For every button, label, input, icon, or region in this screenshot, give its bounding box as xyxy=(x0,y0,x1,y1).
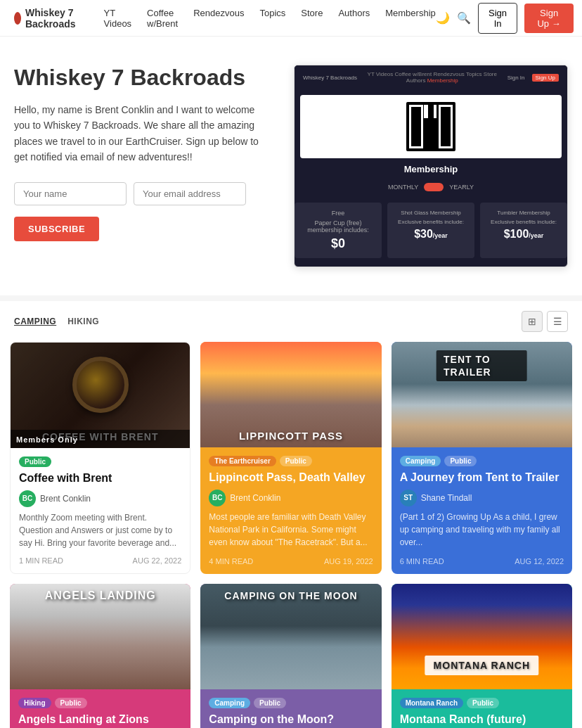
card-5-body: Camping Public Camping on the Moon? BC B… xyxy=(200,689,381,728)
card-1-avatar: BC xyxy=(19,490,36,507)
card-3-title: A Journey from Tent to Trailer xyxy=(400,471,564,485)
tag-public: Public xyxy=(19,456,51,467)
nav-store[interactable]: Store xyxy=(301,8,323,29)
nav-membership[interactable]: Membership xyxy=(385,8,436,29)
card-3-date: AUG 12, 2022 xyxy=(515,557,564,566)
tag-hiking-4: Hiking xyxy=(18,698,51,708)
card-3-excerpt: (Part 1 of 2) Growing Up As a child, I g… xyxy=(400,511,564,550)
subscribe-button[interactable]: SUBSCRIBE xyxy=(14,217,99,241)
grid-view-button[interactable]: ⊞ xyxy=(522,311,543,332)
card-1-author-name: Brent Conklin xyxy=(40,494,91,504)
card-1-excerpt: Monthly Zoom meeting with Brent. Questio… xyxy=(19,511,181,549)
section-separator xyxy=(0,295,582,301)
screenshot-membership-title: Membership xyxy=(295,164,567,174)
card-2-excerpt: Most people are familiar with Death Vall… xyxy=(209,511,373,550)
nav-authors[interactable]: Authors xyxy=(338,8,370,29)
screenshot-nav: Whiskey 7 Backroads YT Videos Coffee w/B… xyxy=(295,65,567,89)
tag-camping-5: Camping xyxy=(209,698,250,708)
post-card-3[interactable]: TENT TO TRAILER Camping Public A Journey… xyxy=(392,342,572,574)
hero-section: Whiskey 7 Backroads Hello, my name is Br… xyxy=(0,37,582,295)
signin-button[interactable]: Sign In xyxy=(478,3,518,34)
card-5-tags: Camping Public xyxy=(209,698,373,708)
screenshot-plan-shot: Shot Glass Membership Exclusive benefits… xyxy=(387,203,474,258)
card-2-author: BC Brent Conklin xyxy=(209,490,373,506)
signup-button[interactable]: Sign Up → xyxy=(524,4,573,33)
card-1-image: COFFEE WITH BRENT Members Only xyxy=(11,343,190,448)
list-view-button[interactable]: ☰ xyxy=(547,311,568,332)
card-3-author: ST Shane Tindall xyxy=(400,490,564,506)
card-2-meta: 4 MIN READ AUG 19, 2022 xyxy=(209,554,373,566)
post-card-5[interactable]: CAMPING ON THE MOON Camping Public Campi… xyxy=(200,584,381,728)
nav-actions: 🌙 🔍 Sign In Sign Up → xyxy=(436,3,574,34)
hero-left: Whiskey 7 Backroads Hello, my name is Br… xyxy=(14,65,273,241)
card-2-title: Lippincott Pass, Death Valley xyxy=(209,471,373,485)
card-6-title: Montana Ranch (future) xyxy=(400,713,564,727)
brand[interactable]: Whiskey 7 Backroads xyxy=(14,7,82,30)
tag-public-2: Public xyxy=(280,456,312,466)
card-2-read-time: 4 MIN READ xyxy=(209,557,253,566)
tag-public-5: Public xyxy=(254,698,286,708)
search-icon[interactable]: 🔍 xyxy=(457,8,471,28)
card-3-body: Camping Public A Journey from Tent to Tr… xyxy=(392,447,572,574)
card-1-date: AUG 22, 2022 xyxy=(133,556,182,565)
card-1-tags: Public xyxy=(19,456,181,467)
card-2-image: LIPPINCOTT PASS xyxy=(200,342,381,447)
hero-description: Hello, my name is Brent Conklin and I wa… xyxy=(14,102,273,165)
card-4-title: Angels Landing at Zions xyxy=(18,713,182,727)
card-2-author-name: Brent Conklin xyxy=(230,493,280,503)
filter-hiking[interactable]: HIKING xyxy=(67,317,99,326)
filter-tags: CAMPING HIKING xyxy=(14,317,99,326)
card-1-author: BC Brent Conklin xyxy=(19,490,181,507)
members-only-badge: Members Only xyxy=(11,430,190,448)
post-card-2[interactable]: LIPPINCOTT PASS The Earthcruiser Public … xyxy=(200,342,381,574)
hero-screenshot: Whiskey 7 Backroads YT Videos Coffee w/B… xyxy=(294,65,568,267)
card-4-image: ANGELS LANDING xyxy=(10,584,190,689)
card-2-body: The Earthcruiser Public Lippincott Pass,… xyxy=(200,447,381,574)
nav-topics[interactable]: Topics xyxy=(259,8,285,29)
tag-earthcruiser: The Earthcruiser xyxy=(209,456,276,466)
tag-public-4: Public xyxy=(55,698,87,708)
screenshot-plans: Free Paper Cup (free) membership include… xyxy=(295,203,567,258)
tag-montana-6: Montana Ranch xyxy=(400,698,463,708)
tag-public-6: Public xyxy=(467,698,499,708)
card-2-tags: The Earthcruiser Public xyxy=(209,456,373,466)
membership-screenshot: Whiskey 7 Backroads YT Videos Coffee w/B… xyxy=(294,65,568,267)
card-5-title: Camping on the Moon? xyxy=(209,713,373,727)
view-toggles: ⊞ ☰ xyxy=(522,311,568,332)
card-3-author-name: Shane Tindall xyxy=(421,493,472,503)
screenshot-plan-free: Free Paper Cup (free) membership include… xyxy=(295,203,382,258)
nav-yt-videos[interactable]: YT Videos xyxy=(104,8,132,29)
qr-code-area xyxy=(300,95,562,158)
card-1-body: Public Coffee with Brent BC Brent Conkli… xyxy=(11,448,190,573)
post-card-1[interactable]: COFFEE WITH BRENT Members Only Public Co… xyxy=(10,342,190,574)
card-5-image: CAMPING ON THE MOON xyxy=(200,584,381,689)
card-1-title: Coffee with Brent xyxy=(19,471,181,486)
hero-form xyxy=(14,182,273,205)
tag-camping-3: Camping xyxy=(400,456,441,466)
name-input[interactable] xyxy=(14,182,127,205)
nav-coffee[interactable]: Coffee w/Brent xyxy=(147,8,178,29)
post-card-6[interactable]: MONTANA RANCH Montana Ranch Public Monta… xyxy=(392,584,572,728)
brand-name: Whiskey 7 Backroads xyxy=(25,7,82,30)
filter-camping[interactable]: CAMPING xyxy=(14,317,56,326)
card-3-read-time: 6 MIN READ xyxy=(400,557,444,566)
nav-links: YT Videos Coffee w/Brent Rendezvous Topi… xyxy=(104,8,436,29)
hero-title: Whiskey 7 Backroads xyxy=(14,65,273,91)
moon-icon[interactable]: 🌙 xyxy=(436,8,450,28)
card-1-meta: 1 MIN READ AUG 22, 2022 xyxy=(19,554,181,565)
tag-public-3: Public xyxy=(444,456,477,466)
nav-rendezvous[interactable]: Rendezvous xyxy=(193,8,244,29)
card-2-avatar: BC xyxy=(209,490,226,506)
posts-grid: COFFEE WITH BRENT Members Only Public Co… xyxy=(0,342,582,728)
screenshot-toggle: MONTHLY YEARLY xyxy=(295,183,567,191)
card-4-body: Hiking Public Angels Landing at Zions BC… xyxy=(10,689,190,728)
email-input[interactable] xyxy=(134,182,246,205)
filters-bar: CAMPING HIKING ⊞ ☰ xyxy=(0,301,582,342)
post-card-4[interactable]: ANGELS LANDING Hiking Public Angels Land… xyxy=(10,584,190,728)
card-4-tags: Hiking Public xyxy=(18,698,182,708)
card-3-tags: Camping Public xyxy=(400,456,564,466)
card-1-read-time: 1 MIN READ xyxy=(19,556,63,565)
screenshot-plan-tumbler: Tumbler Membership Exclusive benefits in… xyxy=(480,203,567,258)
card-6-image: MONTANA RANCH xyxy=(392,584,572,689)
navigation: Whiskey 7 Backroads YT Videos Coffee w/B… xyxy=(0,0,582,37)
